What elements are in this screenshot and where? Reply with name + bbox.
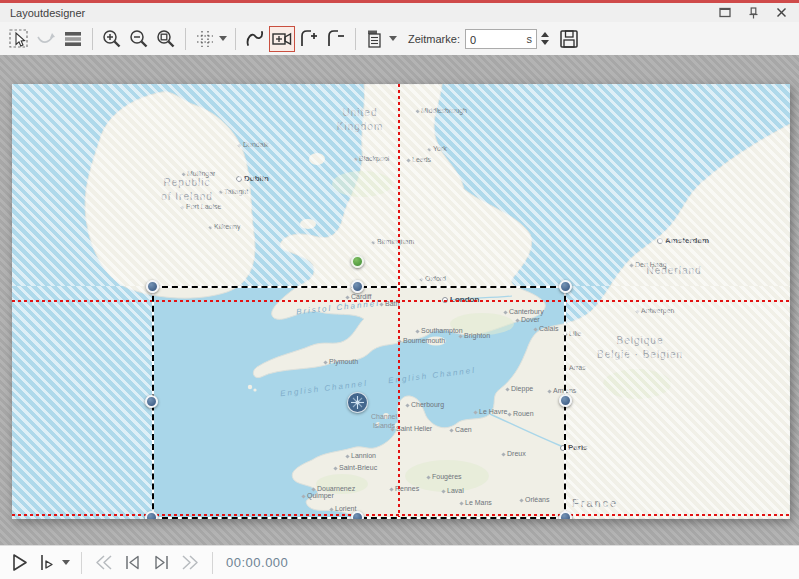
play-icon <box>11 553 29 572</box>
chevron-down-icon <box>219 36 227 41</box>
outside-area-hatch <box>12 84 790 286</box>
object-list-icon <box>365 29 385 49</box>
select-curve-icon <box>35 28 57 50</box>
object-list-dropdown[interactable] <box>389 26 399 52</box>
close-icon <box>776 7 787 18</box>
motion-path-icon <box>244 28 266 50</box>
camera-icon <box>271 28 293 50</box>
selection-handle-top-left[interactable] <box>146 280 159 293</box>
outside-area-hatch <box>12 286 152 519</box>
zeitmarke-label: Zeitmarke: <box>408 33 460 45</box>
transport-separator <box>212 552 213 574</box>
previous-frame-icon <box>124 554 142 571</box>
maximize-icon <box>719 7 731 18</box>
selection-handle-mid-left[interactable] <box>145 395 158 408</box>
selection-handle-top-center[interactable] <box>351 280 364 293</box>
selection-handle-top-right[interactable] <box>559 280 572 293</box>
zoom-in-icon <box>101 28 123 50</box>
save-icon <box>559 29 579 49</box>
next-frame-button[interactable] <box>147 550 175 576</box>
selection-rotate-handle[interactable] <box>351 255 364 268</box>
selection-handle-mid-right[interactable] <box>559 394 572 407</box>
toolbar-separator <box>355 28 356 50</box>
grid-icon <box>195 29 215 49</box>
layers-button[interactable] <box>60 26 86 52</box>
save-button[interactable] <box>556 26 582 52</box>
selection-handle-bottom-left[interactable] <box>145 511 158 519</box>
object-list-button[interactable] <box>362 26 388 52</box>
toolbar-separator <box>185 28 186 50</box>
zeitmarke-field: s <box>465 29 537 49</box>
fast-forward-button[interactable] <box>175 550 205 576</box>
motion-path-button[interactable] <box>242 26 268 52</box>
zoom-in-button[interactable] <box>99 26 125 52</box>
grid-button[interactable] <box>192 26 218 52</box>
maximize-button[interactable] <box>715 5 735 21</box>
layout-canvas[interactable]: United KingdomRepublic of IrelandNederla… <box>12 84 790 519</box>
play-from-marker-button[interactable] <box>34 550 60 576</box>
previous-frame-button[interactable] <box>119 550 147 576</box>
pin-button[interactable] <box>743 5 763 21</box>
toolbar-separator <box>92 28 93 50</box>
select-arrow-button[interactable] <box>6 26 32 52</box>
pin-icon <box>748 7 759 19</box>
zeitmarke-input[interactable] <box>466 31 536 49</box>
grid-dropdown[interactable] <box>219 26 229 52</box>
keyframe-add-icon <box>298 28 320 50</box>
zoom-fit-button[interactable] <box>153 26 179 52</box>
zoom-fit-icon <box>155 28 177 50</box>
transport-bar: 00:00.000 <box>0 545 799 579</box>
camera-pan-button[interactable] <box>269 26 295 52</box>
keyframe-remove-button[interactable] <box>323 26 349 52</box>
toolbar-separator <box>235 28 236 50</box>
transport-separator <box>81 552 82 574</box>
close-button[interactable] <box>771 5 791 21</box>
zoom-out-button[interactable] <box>126 26 152 52</box>
chevron-down-icon <box>389 36 397 41</box>
outside-area-hatch <box>566 286 790 519</box>
zoom-out-icon <box>128 28 150 50</box>
window-title: Layoutdesigner <box>10 7 707 19</box>
zeitmarke-spinner[interactable] <box>541 32 549 45</box>
keyframe-remove-icon <box>325 28 347 50</box>
play-options-dropdown[interactable] <box>62 560 70 565</box>
next-frame-icon <box>152 554 170 571</box>
selection-handle-bottom-center[interactable] <box>351 511 364 519</box>
compass-icon <box>350 395 365 410</box>
layers-icon <box>63 29 83 49</box>
keyframe-add-button[interactable] <box>296 26 322 52</box>
rewind-button[interactable] <box>89 550 119 576</box>
layoutdesigner-window: Layoutdesigner <box>0 0 799 579</box>
toolbar: Zeitmarke: s <box>0 22 799 55</box>
play-from-marker-icon <box>39 553 55 572</box>
title-bar: Layoutdesigner <box>0 0 799 22</box>
select-curve-button[interactable] <box>33 26 59 52</box>
select-arrow-icon <box>8 28 30 50</box>
fast-forward-icon <box>180 554 200 571</box>
rewind-icon <box>94 554 114 571</box>
play-button[interactable] <box>6 550 34 576</box>
spinner-up-icon[interactable] <box>541 32 549 37</box>
time-display: 00:00.000 <box>226 555 288 570</box>
workspace: United KingdomRepublic of IrelandNederla… <box>0 55 799 545</box>
selection-move-handle[interactable] <box>347 392 368 413</box>
selection-handle-bottom-right[interactable] <box>559 511 572 519</box>
spinner-down-icon[interactable] <box>541 40 549 45</box>
